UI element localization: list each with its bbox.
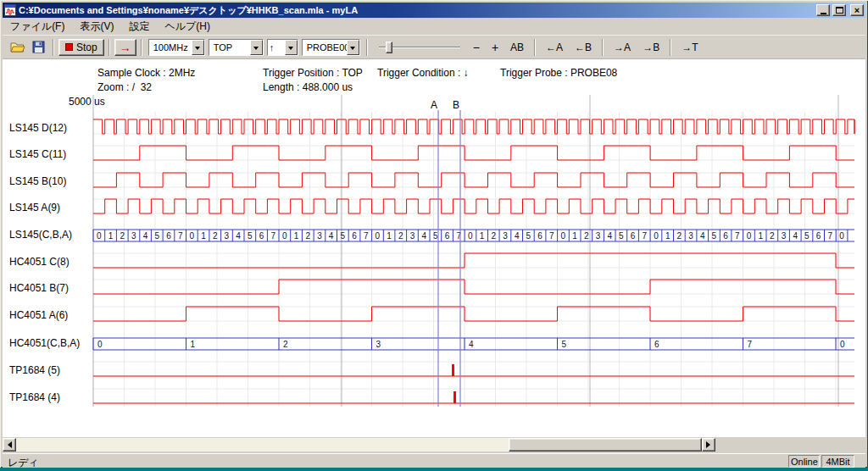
trigger-position-value: TOP xyxy=(209,40,250,55)
svg-text:1: 1 xyxy=(480,231,485,241)
chevron-down-icon[interactable] xyxy=(192,40,204,55)
zoom-slider[interactable] xyxy=(379,39,460,56)
svg-text:3: 3 xyxy=(131,231,136,241)
waveform-client-area: Sample Clock : 2MHz Trigger Position : T… xyxy=(3,59,865,437)
scroll-left-button[interactable] xyxy=(3,438,16,452)
run-button[interactable]: → xyxy=(114,39,136,56)
svg-text:2: 2 xyxy=(677,231,682,241)
svg-text:0: 0 xyxy=(97,231,102,241)
scrollbar-thumb[interactable] xyxy=(509,438,702,452)
svg-text:2: 2 xyxy=(120,231,125,241)
move-right-to-a-button[interactable]: →A xyxy=(610,40,634,55)
zoom-in-button[interactable]: + xyxy=(488,39,502,56)
svg-text:6: 6 xyxy=(259,231,264,241)
svg-text:6: 6 xyxy=(723,231,728,241)
svg-text:4: 4 xyxy=(700,231,705,241)
svg-text:4: 4 xyxy=(143,231,148,241)
svg-text:5: 5 xyxy=(526,231,531,241)
svg-text:4: 4 xyxy=(469,340,474,349)
svg-text:3: 3 xyxy=(782,231,787,241)
svg-text:3: 3 xyxy=(410,231,415,241)
zoom-slider-thumb[interactable] xyxy=(386,42,392,53)
svg-text:1: 1 xyxy=(758,231,763,241)
toolbar-separator xyxy=(141,39,142,56)
trigger-edge-combo[interactable]: ↑ xyxy=(267,39,298,56)
trigger-edge-value: ↑ xyxy=(268,40,285,55)
toolbar-separator xyxy=(670,39,671,56)
svg-text:1: 1 xyxy=(201,231,206,241)
svg-text:3: 3 xyxy=(317,231,322,241)
app-window: C:¥Documents and Settings¥noname¥デスクトップ¥… xyxy=(0,0,868,468)
svg-text:2: 2 xyxy=(770,231,775,241)
waveform-plot[interactable]: 0123456701234567012345670123456701234567… xyxy=(3,59,865,437)
svg-text:6: 6 xyxy=(166,231,171,241)
window-title: C:¥Documents and Settings¥noname¥デスクトップ¥… xyxy=(19,4,814,17)
move-left-to-a-button[interactable]: ←A xyxy=(542,40,566,55)
chevron-down-icon[interactable] xyxy=(285,40,298,55)
ab-span-button[interactable]: AB xyxy=(507,40,527,55)
trigger-probe-combo[interactable]: PROBE00 xyxy=(302,39,360,56)
svg-text:6: 6 xyxy=(537,231,542,241)
minimize-button[interactable] xyxy=(816,4,830,16)
svg-text:2: 2 xyxy=(213,231,218,241)
statusbar: レディ Online 4MBit xyxy=(3,453,865,468)
svg-text:7: 7 xyxy=(828,231,833,241)
menu-view[interactable]: 表示(V) xyxy=(72,17,121,36)
toolbar-separator xyxy=(53,39,54,56)
trigger-position-combo[interactable]: TOP xyxy=(209,39,264,56)
menu-settings[interactable]: 設定 xyxy=(121,17,157,36)
save-file-button[interactable] xyxy=(28,38,48,57)
titlebar[interactable]: C:¥Documents and Settings¥noname¥デスクトップ¥… xyxy=(3,3,865,18)
stop-button-label: Stop xyxy=(76,42,97,53)
sample-clock-combo[interactable]: 100MHz xyxy=(148,39,205,56)
open-file-button[interactable] xyxy=(8,38,28,57)
svg-text:6: 6 xyxy=(631,231,636,241)
svg-text:2: 2 xyxy=(584,231,589,241)
stop-button[interactable]: Stop xyxy=(58,39,104,56)
svg-text:4: 4 xyxy=(421,231,426,241)
svg-text:3: 3 xyxy=(688,231,693,241)
move-right-to-b-button[interactable]: →B xyxy=(639,40,663,55)
svg-text:2: 2 xyxy=(492,231,497,241)
horizontal-scrollbar[interactable] xyxy=(3,438,715,452)
move-left-to-b-button[interactable]: ←B xyxy=(571,40,595,55)
svg-text:7: 7 xyxy=(270,231,275,241)
svg-text:3: 3 xyxy=(503,231,508,241)
svg-text:4: 4 xyxy=(236,231,241,241)
menu-file[interactable]: ファイル(F) xyxy=(3,17,72,36)
zoom-out-button[interactable]: − xyxy=(470,39,483,56)
status-memory: 4MBit xyxy=(821,455,854,468)
svg-text:0: 0 xyxy=(839,231,844,241)
goto-trigger-button[interactable]: →T xyxy=(678,40,701,55)
svg-text:6: 6 xyxy=(816,231,821,241)
svg-text:4: 4 xyxy=(515,231,520,241)
maximize-button[interactable] xyxy=(832,4,846,16)
trigger-probe-value: PROBE00 xyxy=(303,40,347,55)
svg-text:0: 0 xyxy=(282,231,287,241)
chevron-down-icon[interactable] xyxy=(347,40,359,55)
svg-text:2: 2 xyxy=(306,231,311,241)
svg-text:7: 7 xyxy=(748,340,753,349)
toolbar-separator xyxy=(602,39,604,56)
scroll-right-button[interactable] xyxy=(702,438,715,452)
close-button[interactable]: × xyxy=(850,4,864,16)
svg-text:0: 0 xyxy=(468,231,473,241)
menu-help[interactable]: ヘルプ(H) xyxy=(157,17,218,36)
svg-text:5: 5 xyxy=(341,231,346,241)
triangle-right-icon xyxy=(706,441,714,448)
svg-text:5: 5 xyxy=(619,231,624,241)
chevron-down-icon[interactable] xyxy=(250,40,263,55)
svg-text:0: 0 xyxy=(561,231,566,241)
status-online: Online xyxy=(788,455,820,468)
svg-text:1: 1 xyxy=(191,340,196,349)
app-icon xyxy=(4,4,16,16)
svg-text:7: 7 xyxy=(735,231,740,241)
svg-text:1: 1 xyxy=(387,231,392,241)
toolbar: Stop → 100MHz TOP ↑ PROBE00 − + AB ←A xyxy=(3,35,865,59)
svg-text:5: 5 xyxy=(433,231,438,241)
svg-text:5: 5 xyxy=(804,231,810,241)
floppy-disk-icon xyxy=(32,41,45,53)
svg-text:6: 6 xyxy=(352,231,357,241)
svg-text:5: 5 xyxy=(712,231,717,241)
open-folder-icon xyxy=(10,42,25,53)
